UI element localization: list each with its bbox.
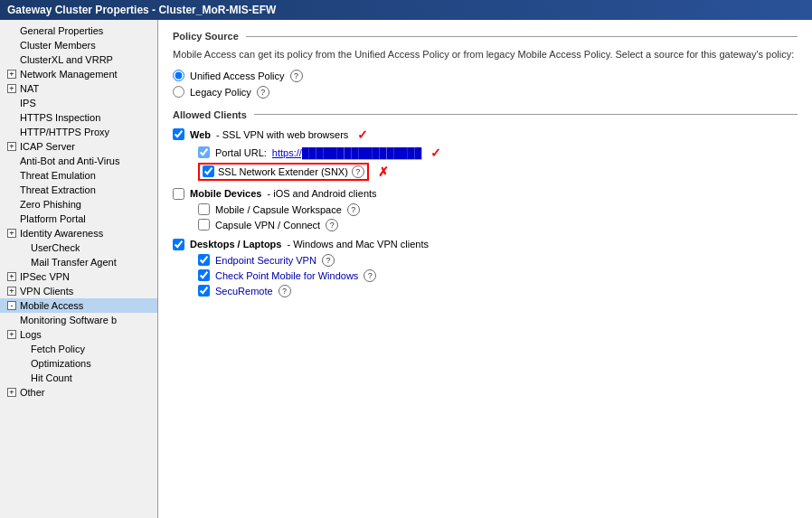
- sidebar-item-https-inspection[interactable]: HTTPS Inspection: [0, 110, 157, 125]
- endpoint-security-checkbox[interactable]: [198, 254, 210, 266]
- mobile-devices-checkbox[interactable]: [173, 188, 184, 200]
- portal-url-label: Portal URL:: [215, 147, 267, 158]
- sidebar-item-cluster-members[interactable]: Cluster Members: [0, 38, 157, 52]
- sidebar-item-ips[interactable]: IPS: [0, 96, 157, 110]
- sidebar-item-threat-emulation[interactable]: Threat Emulation: [0, 168, 157, 183]
- title-text: Gateway Cluster Properties - Cluster_MoR…: [7, 4, 276, 16]
- expand-icon-nat[interactable]: +: [7, 84, 16, 93]
- desktops-header: Desktops / Laptops - Windows and Mac VPN…: [173, 239, 798, 250]
- portal-url-row: Portal URL: https://█████████████████ ✓: [198, 146, 798, 160]
- expand-icon-vpn-clients[interactable]: +: [7, 287, 16, 296]
- title-bar: Gateway Cluster Properties - Cluster_MoR…: [0, 0, 812, 20]
- ssl-extender-annotated-box: SSL Network Extender (SNX) ?: [198, 163, 369, 181]
- sidebar-label-logs: Logs: [20, 329, 42, 340]
- sidebar-item-ipsec-vpn[interactable]: +IPSec VPN: [0, 269, 157, 284]
- securemote-checkbox[interactable]: [198, 285, 210, 297]
- sidebar-label-hit-count: Hit Count: [31, 372, 72, 383]
- sidebar-item-identity-awareness[interactable]: +Identity Awareness: [0, 226, 157, 240]
- sidebar-label-zero-phishing: Zero Phishing: [20, 199, 81, 210]
- sidebar-label-http-proxy: HTTP/HTTPS Proxy: [20, 127, 109, 137]
- sidebar-label-threat-extraction: Threat Extraction: [20, 184, 96, 195]
- legacy-policy-radio[interactable]: [173, 86, 184, 98]
- sidebar-item-optimizations[interactable]: Optimizations: [0, 356, 157, 371]
- sidebar-label-anti-bot: Anti-Bot and Anti-Virus: [20, 155, 119, 166]
- capsule-vpn-row: Capsule VPN / Connect ?: [198, 219, 798, 231]
- ssl-extender-x-annotation: ✗: [378, 165, 389, 179]
- sidebar: General PropertiesCluster MembersCluster…: [0, 20, 158, 518]
- sidebar-item-nat[interactable]: +NAT: [0, 81, 157, 96]
- sidebar-item-other[interactable]: +Other: [0, 385, 157, 400]
- legacy-policy-help-icon[interactable]: ?: [257, 86, 269, 99]
- sidebar-item-network-management[interactable]: +Network Management: [0, 67, 157, 81]
- legacy-policy-label: Legacy Policy: [190, 87, 251, 98]
- legacy-policy-radio-item: Legacy Policy ?: [173, 86, 798, 99]
- desktops-checkbox[interactable]: [173, 239, 184, 250]
- ssl-extender-checkbox[interactable]: [203, 165, 214, 177]
- policy-source-title: Policy Source: [173, 31, 798, 42]
- web-client-header: Web - SSL VPN with web browsers ✓: [173, 127, 798, 142]
- mobile-devices-section: Mobile Devices - iOS and Android clients…: [173, 188, 798, 231]
- sidebar-item-vpn-clients[interactable]: +VPN Clients: [0, 284, 157, 298]
- expand-icon-logs[interactable]: +: [7, 330, 16, 339]
- sidebar-item-clusterxl-vrrp[interactable]: ClusterXL and VRRP: [0, 52, 157, 67]
- mobile-devices-description: - iOS and Android clients: [267, 188, 376, 199]
- sidebar-item-threat-extraction[interactable]: Threat Extraction: [0, 183, 157, 197]
- unified-policy-radio[interactable]: [173, 70, 184, 81]
- policy-source-description: Mobile Access can get its policy from th…: [173, 47, 798, 62]
- checkpoint-mobile-checkbox[interactable]: [198, 269, 210, 281]
- web-checkbox[interactable]: [173, 128, 184, 140]
- sidebar-item-http-proxy[interactable]: HTTP/HTTPS Proxy: [0, 125, 157, 139]
- unified-policy-label: Unified Access Policy: [190, 71, 285, 81]
- checkpoint-mobile-help-icon[interactable]: ?: [364, 269, 376, 282]
- unified-policy-help-icon[interactable]: ?: [290, 70, 303, 82]
- expand-icon-mobile-access[interactable]: -: [7, 301, 16, 310]
- sidebar-label-vpn-clients: VPN Clients: [20, 286, 73, 297]
- main-container: General PropertiesCluster MembersCluster…: [0, 20, 812, 518]
- sidebar-label-monitoring-software: Monitoring Software b: [20, 315, 117, 325]
- endpoint-security-row: Endpoint Security VPN ?: [198, 254, 798, 267]
- sidebar-label-identity-awareness: Identity Awareness: [20, 228, 103, 239]
- mobile-capsule-label: Mobile / Capsule Workspace: [215, 204, 342, 215]
- sidebar-item-logs[interactable]: +Logs: [0, 327, 157, 342]
- portal-url-checkbox[interactable]: [198, 146, 210, 158]
- web-label: Web: [190, 129, 211, 140]
- sidebar-item-general-properties[interactable]: General Properties: [0, 24, 157, 38]
- sidebar-item-zero-phishing[interactable]: Zero Phishing: [0, 197, 157, 212]
- sidebar-label-fetch-policy: Fetch Policy: [31, 344, 85, 354]
- ssl-extender-help-icon[interactable]: ?: [352, 165, 364, 178]
- mobile-capsule-checkbox[interactable]: [198, 203, 210, 215]
- desktops-description: - Windows and Mac VPN clients: [287, 239, 429, 250]
- sidebar-item-mobile-access[interactable]: -Mobile Access: [0, 298, 157, 313]
- sidebar-label-network-management: Network Management: [20, 69, 118, 80]
- expand-icon-network-management[interactable]: +: [7, 70, 16, 79]
- policy-radio-group: Unified Access Policy ? Legacy Policy ?: [173, 70, 798, 99]
- sidebar-item-fetch-policy[interactable]: Fetch Policy: [0, 342, 157, 356]
- expand-icon-identity-awareness[interactable]: +: [7, 229, 16, 238]
- securemote-help-icon[interactable]: ?: [279, 285, 291, 297]
- capsule-vpn-help-icon[interactable]: ?: [326, 219, 338, 231]
- expand-icon-icap-server[interactable]: +: [7, 142, 16, 151]
- sidebar-label-general-properties: General Properties: [20, 25, 103, 36]
- ssl-extender-label: SSL Network Extender (SNX): [218, 166, 348, 177]
- desktops-section: Desktops / Laptops - Windows and Mac VPN…: [173, 239, 798, 297]
- sidebar-label-ipsec-vpn: IPSec VPN: [20, 271, 70, 282]
- sidebar-label-usercheck: UserCheck: [31, 242, 80, 253]
- ssl-network-extender-row: SSL Network Extender (SNX) ? ✗: [198, 163, 798, 181]
- mobile-capsule-help-icon[interactable]: ?: [347, 203, 360, 216]
- capsule-vpn-checkbox[interactable]: [198, 219, 210, 231]
- sidebar-item-anti-bot[interactable]: Anti-Bot and Anti-Virus: [0, 154, 157, 168]
- sidebar-item-icap-server[interactable]: +ICAP Server: [0, 139, 157, 154]
- sidebar-item-mail-transfer[interactable]: Mail Transfer Agent: [0, 255, 157, 269]
- expand-icon-other[interactable]: +: [7, 388, 16, 397]
- capsule-vpn-label: Capsule VPN / Connect: [215, 220, 320, 231]
- allowed-clients-title: Allowed Clients: [173, 109, 798, 120]
- expand-icon-ipsec-vpn[interactable]: +: [7, 272, 16, 281]
- endpoint-security-help-icon[interactable]: ?: [322, 254, 335, 267]
- web-check-annotation: ✓: [357, 127, 368, 142]
- mobile-devices-header: Mobile Devices - iOS and Android clients: [173, 188, 798, 200]
- sidebar-item-platform-portal[interactable]: Platform Portal: [0, 212, 157, 226]
- sidebar-item-monitoring-software[interactable]: Monitoring Software b: [0, 313, 157, 327]
- sidebar-item-usercheck[interactable]: UserCheck: [0, 240, 157, 255]
- sidebar-item-hit-count[interactable]: Hit Count: [0, 371, 157, 385]
- desktops-label: Desktops / Laptops: [190, 239, 281, 250]
